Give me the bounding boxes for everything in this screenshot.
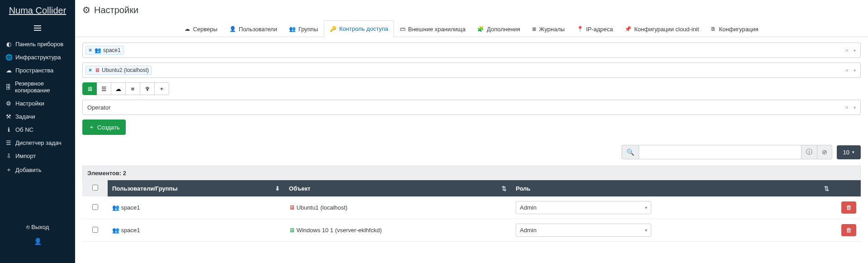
object-select[interactable]: × 🖥 Ubuntu2 (localhost) × ▾ xyxy=(82,62,861,78)
import-icon: ⇩ xyxy=(5,153,12,159)
sitemap-icon: ♆ xyxy=(145,86,150,92)
header-object[interactable]: Объект ⇅ xyxy=(285,180,512,196)
search-row: 🔍 ⓘ ⊘ 10 ▾ xyxy=(82,145,861,159)
tag-label: Ubuntu2 (localhost) xyxy=(102,67,149,73)
header-users-groups[interactable]: Пользователи/Группы ⬇ xyxy=(108,180,285,196)
plugin-icon: 🧩 xyxy=(477,26,484,32)
tab-config[interactable]: 🗎Конфигурация xyxy=(705,20,764,37)
filter-desktop-button[interactable]: 🖥 xyxy=(82,82,97,95)
table-count-label: Элементов: 2 xyxy=(82,166,861,180)
sort-icon: ⇅ xyxy=(824,185,829,192)
row-role-select[interactable]: Admin ▾ xyxy=(516,224,651,237)
row-subject: space1 xyxy=(121,204,140,211)
info-icon: ℹ xyxy=(5,126,12,133)
delete-row-button[interactable]: 🗑 xyxy=(841,201,856,214)
users-icon: 👥 xyxy=(95,47,101,53)
caret-down-icon[interactable]: ▾ xyxy=(854,68,856,73)
sidebar-item-label: Настройки xyxy=(15,100,44,107)
sidebar-collapse-button[interactable] xyxy=(0,20,75,38)
sidebar-item-dashboard[interactable]: ◐Панель приборов xyxy=(0,38,75,51)
tag-label: space1 xyxy=(103,47,121,53)
sidebar-item-import[interactable]: ⇩Импорт xyxy=(0,149,75,163)
filter-server-button[interactable]: ☰ xyxy=(97,82,111,95)
settings-tabs: ☁Серверы 👤Пользователи 👥Группы 🔑Контроль… xyxy=(75,20,868,37)
header-label: Объект xyxy=(289,185,311,192)
sidebar-item-spaces[interactable]: ☁Пространства xyxy=(0,64,75,77)
row-checkbox[interactable] xyxy=(92,204,98,210)
search-info-button[interactable]: ⓘ xyxy=(802,145,817,159)
delete-row-button[interactable]: 🗑 xyxy=(841,224,856,236)
sidebar-logout-label: Выход xyxy=(31,224,49,230)
sidebar-item-about[interactable]: ℹОб NC xyxy=(0,123,75,136)
tab-external-storage[interactable]: 🗃Внешние хранилища xyxy=(394,20,471,37)
sidebar-item-tasks[interactable]: ⚒Задачи xyxy=(0,110,75,123)
filter-add-button[interactable]: ＋ xyxy=(155,82,169,95)
users-icon: 👥 xyxy=(289,26,296,32)
sort-desc-icon: ⬇ xyxy=(275,185,280,192)
filter-stack-button[interactable]: ≡ xyxy=(126,82,140,95)
globe-icon: 🌐 xyxy=(5,54,12,61)
clear-select-button[interactable]: × xyxy=(845,47,849,54)
list-icon: ☰ xyxy=(5,139,12,146)
desktop-icon: 🖥 xyxy=(289,204,295,211)
tab-ip-addresses[interactable]: 📍IP-адреса xyxy=(571,20,619,37)
tab-logs[interactable]: ≣Журналы xyxy=(526,20,571,37)
caret-down-icon[interactable]: ▾ xyxy=(854,105,856,110)
select-all-checkbox[interactable] xyxy=(92,185,98,191)
clear-select-button[interactable]: × xyxy=(845,67,849,74)
sidebar-item-backup[interactable]: 🗄Резервное копирование xyxy=(0,77,75,97)
tab-access-control[interactable]: 🔑Контроль доступа xyxy=(324,20,394,37)
role-value: Operator xyxy=(85,104,110,111)
content: × 👥 space1 × ▾ × 🖥 Ubuntu2 (localhost) ×… xyxy=(75,37,868,253)
remove-tag-button[interactable]: × xyxy=(89,47,92,53)
subject-select[interactable]: × 👥 space1 × ▾ xyxy=(82,43,861,58)
plus-icon: ＋ xyxy=(5,166,12,174)
page-title: Настройки xyxy=(94,5,138,15)
caret-down-icon: ▾ xyxy=(645,205,647,210)
tab-cloud-init[interactable]: 📌Конфигурации cloud-init xyxy=(619,20,705,37)
sidebar-item-task-manager[interactable]: ☰Диспетчер задач xyxy=(0,136,75,149)
brand-title[interactable]: Numa Collider xyxy=(0,0,75,20)
users-icon: 👥 xyxy=(112,227,119,234)
logout-icon: ⎋ xyxy=(26,224,30,230)
sidebar-user-button[interactable]: 👤 xyxy=(0,234,75,249)
caret-down-icon: ▾ xyxy=(852,150,854,154)
tab-users[interactable]: 👤Пользователи xyxy=(223,20,283,37)
role-select[interactable]: Operator × ▾ xyxy=(82,100,861,115)
remove-tag-button[interactable]: × xyxy=(89,67,92,73)
row-role-select[interactable]: Admin ▾ xyxy=(516,201,651,214)
server-icon: ☰ xyxy=(101,86,107,92)
sidebar-logout-button[interactable]: ⎋ Выход xyxy=(0,220,75,234)
object-tag: × 🖥 Ubuntu2 (localhost) xyxy=(85,66,152,75)
tab-servers[interactable]: ☁Серверы xyxy=(179,20,223,37)
header-label: Пользователи/Группы xyxy=(112,185,177,192)
sidebar-item-add[interactable]: ＋Добавить xyxy=(0,163,75,177)
page-size-button[interactable]: 10 ▾ xyxy=(837,145,861,159)
row-role-value: Admin xyxy=(520,204,536,211)
sidebar-item-label: Об NC xyxy=(15,126,33,133)
sidebar-item-label: Диспетчер задач xyxy=(15,139,62,146)
search-input[interactable] xyxy=(639,145,802,159)
acl-table: Пользователи/Группы ⬇ Объект ⇅ Роль ⇅ xyxy=(82,180,861,242)
search-clear-button[interactable]: ⊘ xyxy=(817,145,832,159)
create-button[interactable]: ＋ Создать xyxy=(82,120,126,135)
acl-table-wrap: Элементов: 2 Пользователи/Группы ⬇ xyxy=(82,166,861,242)
sidebar-item-settings[interactable]: ⚙Настройки xyxy=(0,97,75,110)
caret-down-icon[interactable]: ▾ xyxy=(854,48,856,53)
header-role[interactable]: Роль ⇅ xyxy=(511,180,834,196)
trash-icon: 🗑 xyxy=(846,204,852,211)
desktop-icon: 🖥 xyxy=(87,86,93,92)
sidebar: Numa Collider ◐Панель приборов 🌐Инфрастр… xyxy=(0,0,75,263)
row-checkbox[interactable] xyxy=(92,227,98,233)
sidebar-item-label: Импорт xyxy=(15,153,36,159)
sidebar-item-infrastructure[interactable]: 🌐Инфраструктура xyxy=(0,51,75,64)
filter-tree-button[interactable]: ♆ xyxy=(140,82,155,95)
clear-select-button[interactable]: × xyxy=(845,104,849,111)
row-object: Windows 10 1 (vserver-eklhfckd) xyxy=(296,227,382,234)
filter-cloud-button[interactable]: ☁ xyxy=(111,82,126,95)
sidebar-item-label: Задачи xyxy=(15,113,35,120)
user-icon: 👤 xyxy=(34,238,42,245)
marker-icon: 📍 xyxy=(577,26,583,32)
tab-groups[interactable]: 👥Группы xyxy=(283,20,324,37)
tab-plugins[interactable]: 🧩Дополнения xyxy=(471,20,526,37)
